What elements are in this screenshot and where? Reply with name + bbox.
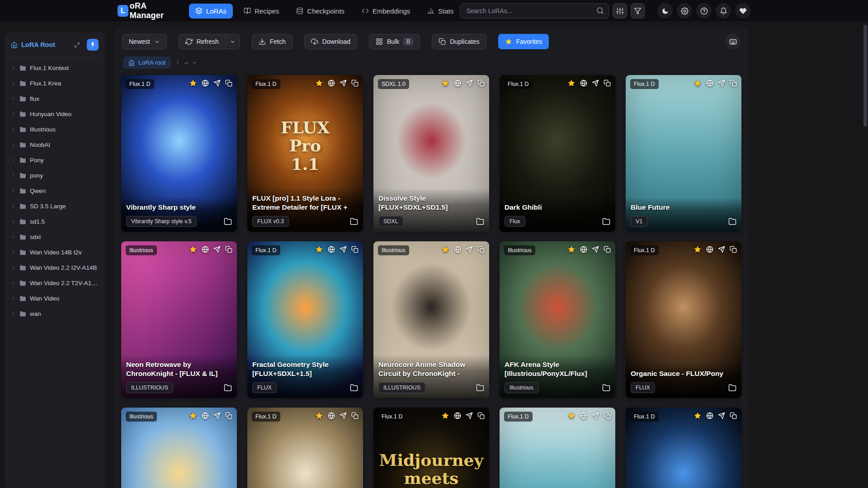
expand-icon[interactable] bbox=[74, 42, 80, 48]
copy-icon[interactable] bbox=[225, 246, 232, 253]
version-pill[interactable]: ILLUSTRIOUS bbox=[378, 382, 425, 393]
search-input[interactable] bbox=[460, 3, 609, 19]
folder-tree-item[interactable]: sdxl bbox=[8, 229, 101, 244]
favorite-star-icon[interactable] bbox=[693, 412, 702, 420]
lora-card[interactable]: Flux.1 D Blue Future V1 bbox=[626, 75, 741, 232]
sort-select[interactable]: Newest bbox=[122, 34, 167, 49]
globe-icon[interactable] bbox=[706, 80, 713, 87]
copy-icon[interactable] bbox=[225, 80, 232, 87]
bulk-button[interactable]: Bulk B bbox=[369, 34, 420, 49]
send-icon[interactable] bbox=[466, 80, 473, 87]
lora-card[interactable]: Midjourney meets FLUX Flux.1 D bbox=[373, 408, 489, 488]
version-pill[interactable]: Flux bbox=[505, 216, 525, 227]
send-icon[interactable] bbox=[213, 412, 221, 419]
favorite-star-icon[interactable] bbox=[189, 412, 197, 420]
favorite-star-icon[interactable] bbox=[441, 412, 449, 420]
nav-item[interactable]: LoRAs bbox=[189, 4, 233, 19]
version-pill[interactable]: FLUX bbox=[252, 382, 277, 393]
folder-tree-item[interactable]: wan bbox=[8, 306, 101, 321]
lora-card[interactable]: Flux.1 D Organic Sauce - FLUX/Pony FLUX bbox=[626, 241, 741, 398]
send-icon[interactable] bbox=[213, 246, 221, 253]
favorite-star-icon[interactable] bbox=[567, 412, 576, 420]
send-icon[interactable] bbox=[466, 246, 473, 253]
folder-tree-item[interactable]: NoobAI bbox=[8, 137, 101, 152]
app-logo[interactable]: L oRA Manager bbox=[118, 1, 178, 20]
copy-icon[interactable] bbox=[477, 412, 485, 419]
breadcrumb-root[interactable]: LoRA root bbox=[123, 56, 171, 69]
pin-sidebar-button[interactable] bbox=[87, 39, 99, 51]
favorites-button[interactable]: Favorites bbox=[498, 34, 549, 49]
folder-open-icon[interactable] bbox=[476, 217, 484, 225]
help-icon[interactable] bbox=[696, 3, 712, 19]
folder-tree-item[interactable]: Wan Video 2.2 I2V-A14B bbox=[8, 260, 101, 275]
version-pill[interactable]: Vibrantly Sharp style v.5 bbox=[126, 216, 197, 227]
send-icon[interactable] bbox=[466, 412, 473, 419]
folder-tree-item[interactable]: Wan Video 2.2 T2V-A14B bbox=[8, 275, 101, 291]
copy-icon[interactable] bbox=[351, 80, 359, 87]
folder-tree-item[interactable]: Wan Video bbox=[8, 291, 101, 306]
favorite-star-icon[interactable] bbox=[441, 245, 449, 253]
copy-icon[interactable] bbox=[730, 412, 737, 419]
send-icon[interactable] bbox=[213, 80, 221, 87]
globe-icon[interactable] bbox=[454, 412, 461, 419]
globe-icon[interactable] bbox=[202, 80, 209, 87]
globe-icon[interactable] bbox=[202, 246, 209, 253]
heart-icon[interactable] bbox=[735, 3, 750, 19]
gear-icon[interactable] bbox=[677, 3, 692, 19]
copy-icon[interactable] bbox=[604, 80, 611, 87]
send-icon[interactable] bbox=[718, 80, 725, 87]
lora-card[interactable]: Flux.1 D bbox=[500, 408, 615, 488]
version-pill[interactable]: FLUX v0.3 bbox=[252, 216, 289, 227]
copy-icon[interactable] bbox=[477, 80, 485, 87]
favorite-star-icon[interactable] bbox=[567, 79, 576, 87]
globe-icon[interactable] bbox=[202, 412, 209, 419]
favorite-star-icon[interactable] bbox=[189, 79, 197, 87]
lora-card[interactable]: Illustrious Neon Retrowave by ChronoKnig… bbox=[121, 241, 237, 398]
scrollbar-thumb[interactable] bbox=[863, 25, 867, 127]
lora-card[interactable]: Illustrious AFK Arena Style [Illustrious… bbox=[500, 241, 615, 398]
refresh-button[interactable]: Refresh bbox=[179, 34, 226, 49]
folder-open-icon[interactable] bbox=[476, 384, 484, 392]
folder-tree-item[interactable]: sd1.5 bbox=[8, 214, 101, 229]
lora-card[interactable]: Flux.1 D Dark Ghibli Flux bbox=[500, 75, 615, 232]
send-icon[interactable] bbox=[340, 412, 347, 419]
send-icon[interactable] bbox=[718, 246, 725, 253]
lora-card[interactable]: Flux.1 D bbox=[626, 408, 741, 488]
send-icon[interactable] bbox=[592, 246, 599, 253]
moon-icon[interactable] bbox=[657, 3, 673, 19]
copy-icon[interactable] bbox=[604, 246, 611, 253]
nav-item[interactable]: Recipes bbox=[237, 4, 285, 19]
favorite-star-icon[interactable] bbox=[693, 245, 702, 253]
lora-card[interactable]: SDXL 1.0 Dissolve Style [FLUX+SDXL+SD1.5… bbox=[373, 75, 489, 232]
folder-open-icon[interactable] bbox=[602, 217, 610, 225]
send-icon[interactable] bbox=[340, 80, 347, 87]
folder-tree-item[interactable]: Wan Video 14B t2v bbox=[8, 244, 101, 260]
nav-item[interactable]: Stats bbox=[421, 4, 460, 19]
favorite-star-icon[interactable] bbox=[315, 245, 323, 253]
copy-icon[interactable] bbox=[351, 246, 359, 253]
globe-icon[interactable] bbox=[706, 246, 713, 253]
copy-icon[interactable] bbox=[225, 412, 232, 419]
favorite-star-icon[interactable] bbox=[567, 245, 576, 253]
send-icon[interactable] bbox=[340, 246, 347, 253]
folder-open-icon[interactable] bbox=[224, 384, 232, 392]
folder-open-icon[interactable] bbox=[350, 384, 358, 392]
globe-icon[interactable] bbox=[706, 412, 713, 419]
folder-tree-item[interactable]: flux bbox=[8, 91, 101, 106]
folder-tree-item[interactable]: Qwen bbox=[8, 183, 101, 198]
folder-tree-item[interactable]: Pony bbox=[8, 152, 101, 168]
folder-open-icon[interactable] bbox=[224, 217, 232, 225]
send-icon[interactable] bbox=[718, 412, 725, 419]
filter-button[interactable] bbox=[631, 3, 645, 19]
folder-open-icon[interactable] bbox=[350, 217, 358, 225]
version-pill[interactable]: SDXL bbox=[378, 216, 403, 227]
folder-open-icon[interactable] bbox=[728, 384, 736, 392]
globe-icon[interactable] bbox=[580, 412, 587, 419]
copy-icon[interactable] bbox=[730, 80, 737, 87]
lora-card[interactable]: Flux.1 D Vibrantly Sharp style Vibrantly… bbox=[121, 75, 237, 232]
lora-card[interactable]: Flux.1 D Fractal Geometry Style [FLUX+SD… bbox=[247, 241, 363, 398]
globe-icon[interactable] bbox=[454, 246, 461, 253]
globe-icon[interactable] bbox=[328, 246, 335, 253]
folder-open-icon[interactable] bbox=[602, 384, 610, 392]
globe-icon[interactable] bbox=[580, 80, 587, 87]
